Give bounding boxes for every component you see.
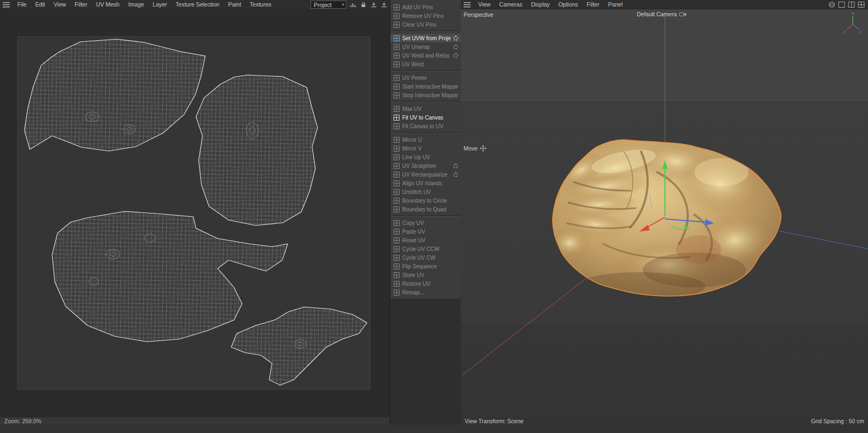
paste-uv-icon: [394, 229, 400, 235]
fit-canvas-to-uv-icon: [394, 123, 400, 129]
viewport-menu-panel[interactable]: Panel: [604, 0, 627, 9]
max-uv-icon: [394, 106, 400, 112]
viewport-camera-label[interactable]: Default Camera: [637, 11, 687, 17]
menu-textures[interactable]: Textures: [245, 0, 276, 9]
main-menu-icon[interactable]: [3, 2, 10, 8]
unstitch-uv-icon: [394, 189, 400, 195]
uv-editor[interactable]: [0, 9, 390, 417]
viewport-view-label[interactable]: Perspective: [464, 11, 493, 18]
uv-command-line-up-uv[interactable]: Line Up UV: [390, 153, 461, 161]
uv-command-flip-sequence[interactable]: Flip Sequence: [390, 262, 461, 271]
stop-interactive-mapping-icon: [394, 92, 400, 98]
topbar-right-tools: Project ▾: [311, 1, 390, 9]
uv-command-uv-weld-and-relax[interactable]: UV Weld and Relax: [390, 51, 461, 60]
menu-view[interactable]: View: [49, 0, 71, 9]
uv-command-boundary-to-quad[interactable]: Boundary to Quad: [390, 205, 461, 214]
axis-x-label: X: [843, 29, 846, 34]
move-icon: [480, 145, 486, 152]
uv-command-label: Set UVW from Projection: [402, 35, 451, 41]
uv-command-paste-uv[interactable]: Paste UV: [390, 227, 461, 236]
menu-uv-mesh[interactable]: UV Mesh: [92, 0, 124, 9]
uv-command-uv-unwrap[interactable]: UV Unwrap: [390, 42, 461, 51]
viewport-menu-icon[interactable]: [464, 2, 471, 8]
set-uvw-from-projection-icon: [394, 35, 400, 41]
uv-island-4[interactable]: [231, 307, 367, 385]
uv-command-remap[interactable]: Remap...: [390, 288, 461, 297]
gear-icon[interactable]: [453, 172, 458, 177]
uv-command-label: Max UV: [402, 106, 458, 112]
uv-command-mirror-u[interactable]: Mirror U: [390, 135, 461, 144]
uv-command-remove-uv-pins[interactable]: Remove UV Pins: [390, 11, 461, 20]
uv-texture-canvas[interactable]: [18, 37, 370, 389]
menu-layer[interactable]: Layer: [148, 0, 171, 9]
gear-icon[interactable]: [453, 45, 458, 49]
uv-command-label: UV Peeler: [402, 75, 458, 81]
panel-layout-split-icon[interactable]: [847, 1, 855, 8]
lock-icon[interactable]: [359, 1, 367, 8]
menu-paint[interactable]: Paint: [224, 0, 245, 9]
menu-texture-selection[interactable]: Texture Selection: [172, 0, 224, 9]
uv-command-start-interactive-mapping[interactable]: Start Interactive Mapping: [390, 82, 461, 91]
uv-command-label: Boundary to Quad: [402, 206, 458, 212]
viewport-menu-display[interactable]: Display: [527, 0, 554, 9]
viewport-canvas[interactable]: Perspective Default Camera Move: [461, 9, 868, 417]
viewport-menu-filter[interactable]: Filter: [582, 0, 604, 9]
menu-edit[interactable]: Edit: [31, 0, 49, 9]
group-separator: [390, 30, 461, 32]
viewport-menu-items: ViewCamerasDisplayOptionsFilterPanel: [474, 0, 627, 9]
uv-command-cycle-uv-ccw[interactable]: Cycle UV CCW: [390, 244, 461, 253]
uv-command-add-uv-pins[interactable]: Add UV Pins: [390, 3, 461, 11]
gear-icon[interactable]: [453, 53, 458, 58]
uv-command-label: Flip Sequence: [402, 263, 458, 269]
panel-layout-quad-icon[interactable]: [857, 1, 865, 8]
uv-command-store-uv[interactable]: Store UV: [390, 271, 461, 279]
uv-command-clear-uv-pins[interactable]: Clear UV Pins: [390, 20, 461, 29]
uv-statusbar: Zoom: 259.0%: [0, 417, 390, 425]
uv-command-stop-interactive-mapping[interactable]: Stop Interactive Mapping: [390, 91, 461, 99]
remove-uv-pins-icon: [394, 13, 400, 19]
panel-layout-single-icon[interactable]: [838, 1, 845, 8]
menu-image[interactable]: Image: [124, 0, 148, 9]
uv-command-label: UV Unwrap: [402, 44, 451, 50]
uv-island-3[interactable]: [52, 211, 288, 342]
uv-command-cycle-uv-cw[interactable]: Cycle UV CW: [390, 253, 461, 262]
uv-command-max-uv[interactable]: Max UV: [390, 104, 461, 113]
gear-icon[interactable]: [453, 164, 458, 168]
uv-command-restore-uv[interactable]: Restore UV: [390, 279, 461, 288]
uv-command-copy-uv[interactable]: Copy UV: [390, 218, 461, 227]
boundary-to-quad-icon: [394, 206, 400, 212]
uv-command-uv-straighten[interactable]: UV Straighten: [390, 161, 461, 170]
dock-icon-1[interactable]: [370, 1, 377, 8]
uv-command-mirror-v[interactable]: Mirror V: [390, 144, 461, 153]
dock-icon-2[interactable]: [380, 1, 388, 8]
viewport-menu-options[interactable]: Options: [554, 0, 582, 9]
uv-command-fit-uv-to-canvas[interactable]: Fit UV to Canvas: [390, 113, 461, 122]
uv-command-uv-peeler[interactable]: UV Peeler: [390, 73, 461, 82]
uv-command-set-uvw-from-projection[interactable]: Set UVW from Projection: [390, 34, 461, 42]
uv-command-uv-weld[interactable]: UV Weld: [390, 60, 461, 68]
viewport-menu-view[interactable]: View: [474, 0, 495, 9]
menu-file[interactable]: File: [13, 0, 31, 9]
uv-command-boundary-to-circle[interactable]: Boundary to Circle: [390, 196, 461, 205]
uv-island-2[interactable]: [196, 75, 318, 225]
uv-straighten-icon: [394, 163, 400, 169]
viewport-menu-cameras[interactable]: Cameras: [495, 0, 527, 9]
uv-command-unstitch-uv[interactable]: Unstitch UV: [390, 187, 461, 196]
uv-command-align-uv-islands[interactable]: Align UV Islands: [390, 179, 461, 187]
render-sphere-icon[interactable]: [828, 1, 835, 8]
uv-command-reset-uv[interactable]: Reset UV: [390, 236, 461, 244]
camera-name: Default Camera: [637, 11, 677, 17]
uv-command-label: Cycle UV CW: [402, 255, 458, 261]
uv-command-uv-rectangularize[interactable]: UV Rectangularize: [390, 170, 461, 179]
uv-command-fit-canvas-to-uv[interactable]: Fit Canvas to UV: [390, 122, 461, 130]
gear-icon[interactable]: [453, 36, 458, 41]
uv-island-1[interactable]: [24, 39, 205, 151]
uv-islands-wireframe: [18, 37, 370, 389]
uv-weld-icon: [394, 61, 400, 67]
uv-command-panel: Add UV PinsRemove UV PinsClear UV PinsSe…: [390, 0, 461, 433]
menu-filter[interactable]: Filter: [71, 0, 92, 9]
chart-icon[interactable]: [349, 1, 357, 8]
axis-triad: Y X Z: [841, 11, 865, 35]
project-dropdown[interactable]: Project ▾: [311, 1, 346, 9]
uv-command-label: Align UV Islands: [402, 180, 458, 186]
